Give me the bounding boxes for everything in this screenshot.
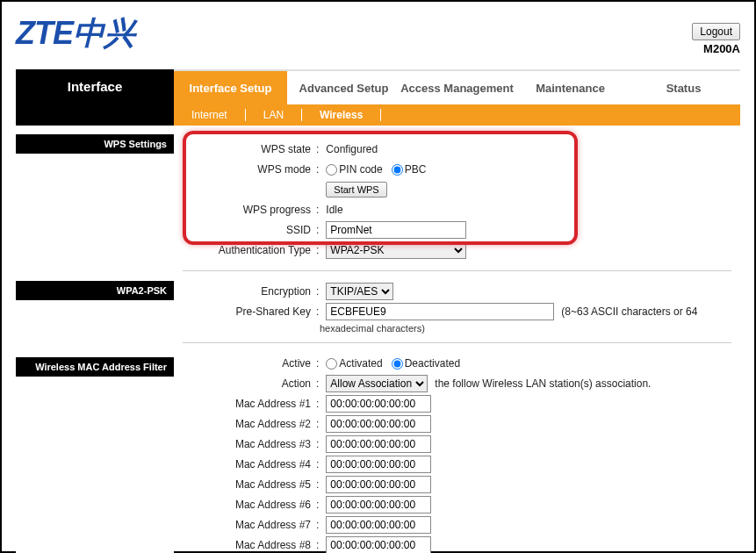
- mac-addr-input-8[interactable]: [326, 536, 431, 553]
- wps-state-value: Configured: [326, 143, 378, 155]
- subtab-wireless[interactable]: Wireless: [302, 109, 381, 121]
- mac-addr-label-8: Mac Address #8: [235, 539, 311, 551]
- ssid-label: SSID: [286, 224, 311, 236]
- encryption-select[interactable]: TKIP/AES: [326, 283, 393, 300]
- section-wps-settings: WPS Settings: [16, 134, 174, 154]
- page-header: ZTE中兴 Logout M200A: [16, 12, 740, 55]
- subtab-lan[interactable]: LAN: [246, 109, 302, 121]
- mac-addr-input-6[interactable]: [326, 496, 431, 514]
- mac-addr-input-4[interactable]: [326, 456, 431, 473]
- section-wpa2-psk: WPA2-PSK: [16, 281, 174, 300]
- nav-section-title: Interface: [16, 69, 174, 104]
- sub-tabs: Internet LAN Wireless: [174, 104, 740, 126]
- mac-activated-radio[interactable]: Activated: [326, 357, 382, 370]
- wps-mode-label: WPS mode: [257, 163, 311, 176]
- psk-hint-2: hexadecimal characters): [320, 323, 730, 334]
- tab-maintenance[interactable]: Maintenance: [514, 70, 627, 104]
- mac-action-select[interactable]: Allow Association: [326, 375, 428, 392]
- mac-addr-input-7[interactable]: [326, 516, 431, 534]
- mac-addr-input-5[interactable]: [326, 476, 431, 493]
- wps-mode-pbc-radio[interactable]: PBC: [392, 163, 427, 176]
- wps-mode-pin-radio[interactable]: PIN code: [326, 163, 382, 176]
- psk-hint-1: (8~63 ASCII characters or 64: [561, 305, 697, 318]
- tab-access-management[interactable]: Access Management: [400, 70, 514, 104]
- tab-status[interactable]: Status: [627, 70, 740, 104]
- mac-addr-input-1[interactable]: [326, 395, 431, 413]
- auth-type-label: Authentication Type: [219, 244, 311, 256]
- wps-progress-value: Idle: [326, 204, 342, 216]
- mac-action-label: Action: [282, 377, 311, 390]
- psk-input[interactable]: [326, 303, 554, 320]
- tab-advanced-setup[interactable]: Advanced Setup: [287, 70, 400, 104]
- mac-addr-input-2[interactable]: [326, 415, 431, 433]
- mac-addr-label-1: Mac Address #1: [235, 398, 311, 410]
- encryption-label: Encryption: [261, 285, 311, 298]
- subtab-internet[interactable]: Internet: [174, 109, 246, 121]
- wps-progress-label: WPS progress: [243, 204, 311, 216]
- mac-addr-label-3: Mac Address #3: [235, 438, 311, 450]
- mac-addr-label-2: Mac Address #2: [235, 418, 311, 430]
- mac-deactivated-radio[interactable]: Deactivated: [392, 357, 460, 370]
- section-mac-filter: Wireless MAC Address Filter: [16, 357, 174, 377]
- auth-type-select[interactable]: WPA2-PSK: [326, 241, 466, 259]
- mac-active-label: Active: [282, 357, 311, 370]
- mac-action-hint: the follow Wireless LAN station(s) assoc…: [435, 377, 651, 390]
- logout-button[interactable]: Logout: [692, 23, 740, 40]
- psk-label: Pre-Shared Key: [236, 305, 311, 318]
- mac-addr-input-3[interactable]: [326, 435, 431, 453]
- ssid-input[interactable]: [326, 221, 466, 239]
- tab-interface-setup[interactable]: Interface Setup: [174, 70, 287, 104]
- main-tabs: Interface Setup Advanced Setup Access Ma…: [174, 69, 740, 104]
- model-label: M200A: [692, 42, 740, 55]
- start-wps-button[interactable]: Start WPS: [326, 182, 386, 198]
- mac-addr-label-4: Mac Address #4: [235, 458, 311, 470]
- mac-addr-label-5: Mac Address #5: [235, 478, 311, 491]
- wps-state-label: WPS state: [261, 143, 311, 155]
- mac-addr-label-6: Mac Address #6: [235, 499, 311, 511]
- mac-addr-label-7: Mac Address #7: [235, 519, 311, 531]
- logo: ZTE中兴: [16, 12, 134, 55]
